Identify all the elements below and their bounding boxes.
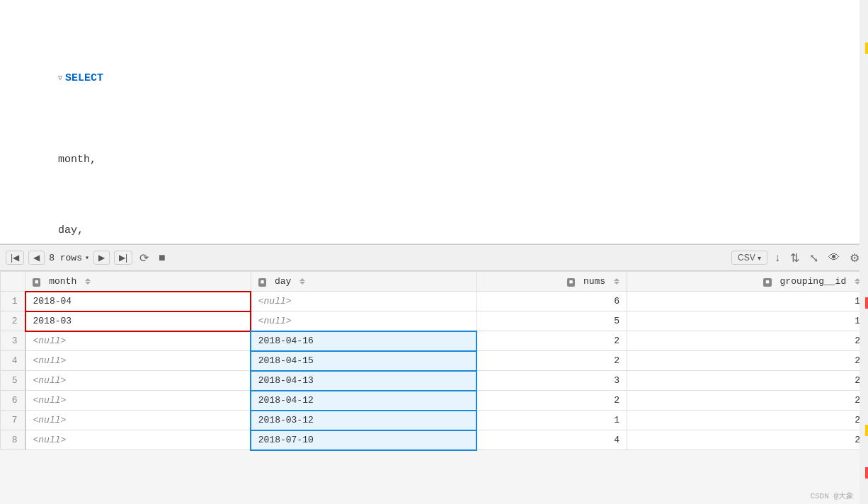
next-page-button[interactable]: ▶ — [93, 251, 110, 265]
row-number: 8 — [1, 430, 25, 450]
table-row: 6<null>2018-04-1222 — [1, 391, 868, 411]
csv-export-button[interactable]: CSV ▾ — [731, 251, 767, 265]
cell-month: <null> — [25, 430, 251, 450]
table-row: 8<null>2018-07-1042 — [1, 430, 868, 450]
scroll-mark-3 — [865, 425, 868, 436]
rows-count-text: 8 rows — [49, 253, 82, 263]
col-header-day[interactable]: ■ day — [251, 272, 476, 292]
refresh-button[interactable]: ⟳ — [137, 250, 152, 266]
col-header-rownum — [1, 272, 25, 292]
col-type-icon-nums: ■ — [567, 278, 575, 287]
csdn-watermark: CSDN @大象 — [810, 491, 854, 501]
sort-icon-day[interactable] — [299, 278, 305, 285]
code-text: day, — [24, 222, 84, 239]
cell-grouping-id: 1 — [627, 311, 868, 331]
eye-button[interactable]: 👁 — [826, 250, 843, 265]
sort-icon-month[interactable] — [85, 278, 91, 285]
scroll-mark-1 — [865, 42, 868, 54]
cell-month: <null> — [25, 351, 251, 371]
row-number: 3 — [1, 331, 25, 351]
cell-month: <null> — [25, 371, 251, 391]
row-number: 7 — [1, 411, 25, 430]
cell-month: 2018-03 — [25, 311, 251, 331]
cell-day: <null> — [251, 292, 476, 311]
row-number: 6 — [1, 391, 25, 411]
scroll-mark-4 — [865, 467, 868, 479]
download-button[interactable]: ↓ — [772, 250, 783, 265]
table-row: 22018-03<null>51 — [1, 311, 868, 331]
row-number: 1 — [1, 292, 25, 311]
cell-month: <null> — [25, 331, 251, 351]
chevron-down-icon: ▾ — [85, 253, 89, 262]
cell-day: 2018-04-16 — [251, 331, 476, 351]
right-sidebar — [860, 0, 868, 504]
table-header-row: ■ month ■ day — [1, 272, 868, 292]
cell-grouping-id: 2 — [627, 371, 868, 391]
cell-grouping-id: 1 — [627, 292, 868, 311]
row-number: 5 — [1, 371, 25, 391]
keyword-select: SELECT — [65, 70, 103, 87]
col-type-icon-gid: ■ — [763, 278, 771, 287]
table-row: 12018-04<null>61 — [1, 292, 868, 311]
cell-day: 2018-03-12 — [251, 411, 476, 430]
cell-nums: 2 — [476, 391, 627, 411]
col-name-nums: nums — [583, 276, 605, 287]
rows-count: 8 rows ▾ — [49, 253, 89, 263]
sort-icon-nums[interactable] — [614, 278, 619, 285]
table-row: 3<null>2018-04-1622 — [1, 331, 868, 351]
cell-nums: 4 — [476, 430, 627, 450]
cell-grouping-id: 2 — [627, 331, 868, 351]
col-header-month[interactable]: ■ month — [25, 272, 251, 292]
cell-month: 2018-04 — [25, 292, 251, 311]
row-number: 2 — [1, 311, 25, 331]
code-line-2: month, — [0, 150, 868, 170]
cell-grouping-id: 2 — [627, 351, 868, 371]
cell-grouping-id: 2 — [627, 391, 868, 411]
cell-month: <null> — [25, 411, 251, 430]
csv-label: CSV — [738, 253, 755, 263]
cell-day: 2018-04-12 — [251, 391, 476, 411]
code-text: month, — [24, 151, 96, 168]
cell-nums: 1 — [476, 411, 627, 430]
col-name-month: month — [49, 276, 76, 287]
cell-month: <null> — [25, 391, 251, 411]
col-header-grouping-id[interactable]: ■ grouping__id — [627, 272, 868, 292]
fold-triangle-icon: ▽ — [58, 74, 62, 82]
arrange-button[interactable]: ⤡ — [806, 250, 821, 266]
results-table: ■ month ■ day — [0, 271, 868, 450]
sort-button[interactable]: ⇅ — [787, 250, 802, 266]
cell-grouping-id: 2 — [627, 430, 868, 450]
col-header-nums[interactable]: ■ nums — [476, 272, 627, 292]
cell-day: <null> — [251, 311, 476, 331]
table-row: 7<null>2018-03-1212 — [1, 411, 868, 430]
cell-day: 2018-07-10 — [251, 430, 476, 450]
stop-button[interactable]: ■ — [156, 250, 169, 265]
chevron-down-icon-2: ▾ — [758, 254, 761, 262]
col-type-icon: ■ — [33, 278, 40, 287]
col-type-icon-day: ■ — [258, 278, 266, 287]
prev-page-button[interactable]: ◀ — [28, 251, 45, 265]
code-editor[interactable]: ▽ SELECT month, day, COUNT(DISTINCT cook… — [0, 0, 868, 244]
col-name-day: day — [275, 276, 291, 287]
cell-day: 2018-04-15 — [251, 351, 476, 371]
data-table-container: ■ month ■ day — [0, 271, 868, 504]
cell-nums: 3 — [476, 371, 627, 391]
first-page-button[interactable]: |◀ — [6, 251, 24, 265]
last-page-button[interactable]: ▶| — [114, 251, 132, 265]
col-name-grouping-id: grouping__id — [780, 276, 847, 287]
code-line-3: day, — [0, 221, 868, 241]
results-toolbar: |◀ ◀ 8 rows ▾ ▶ ▶| ⟳ ■ CSV ▾ ↓ ⇅ ⤡ 👁 ⚙ — [0, 244, 868, 271]
cell-grouping-id: 2 — [627, 411, 868, 430]
table-row: 5<null>2018-04-1332 — [1, 371, 868, 391]
cell-nums: 2 — [476, 351, 627, 371]
cell-nums: 5 — [476, 311, 627, 331]
cell-day: 2018-04-13 — [251, 371, 476, 391]
cell-nums: 6 — [476, 292, 627, 311]
scroll-mark-2 — [865, 297, 868, 309]
cell-nums: 2 — [476, 331, 627, 351]
row-number: 4 — [1, 351, 25, 371]
code-line-1: ▽ SELECT — [0, 58, 868, 99]
table-row: 4<null>2018-04-1522 — [1, 351, 868, 371]
